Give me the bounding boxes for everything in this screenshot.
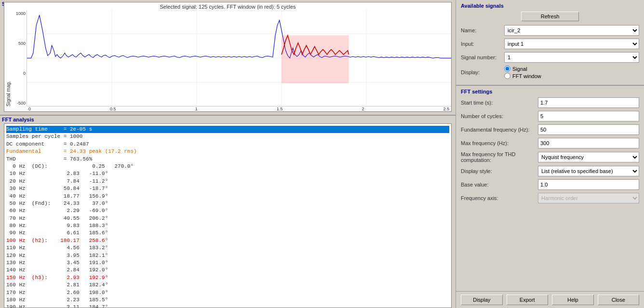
display-button[interactable]: Display [461,295,503,305]
name-select[interactable]: icir_2 [504,25,639,36]
fft-content: Sampling time = 2e-05 sSamples per cycle… [4,123,452,308]
display-style-select[interactable]: List (relative to specified base) [538,166,639,176]
fft-section-label: FFT analysis [2,117,34,122]
fund-freq-row: Fundamental frequency (Hz): [461,124,639,135]
freq-axis-select[interactable]: Harmonic order [538,193,639,203]
display-style-label: Display style: [461,168,538,174]
input-row: Input: input 1 [461,39,639,49]
display-radio-group: Signal FFT window [504,66,541,79]
refresh-button[interactable]: Refresh [521,12,579,21]
signal-svg [27,10,451,106]
max-freq-thd-select[interactable]: Nyquist frequency [538,152,639,162]
bottom-buttons: Display Export Help Close [456,291,644,308]
y-axis-label: Signal mag. [4,10,12,107]
fft-text-area[interactable]: Sampling time = 2e-05 sSamples per cycle… [4,124,451,308]
display-style-row: Display style: List (relative to specifi… [461,166,639,176]
max-freq-row: Max frequency (Hz): [461,138,639,148]
num-cycles-row: Number of cycles: [461,111,639,121]
num-cycles-label: Number of cycles: [461,113,538,119]
close-button[interactable]: Close [598,295,640,305]
base-value-row: Base value: [461,179,639,190]
name-row: Name: icir_2 [461,25,639,36]
signal-plot: Selected signal: 125 cycles. FFT window … [4,2,452,112]
base-value-label: Base value: [461,182,538,187]
input-select[interactable]: input 1 [504,39,639,49]
signal-number-row: Signal number: 1 [461,52,639,63]
display-row: Display: Signal FFT window [461,66,639,79]
fft-settings-title: FFT settings [461,89,639,94]
base-value-input[interactable] [538,179,639,190]
display-label: Display: [461,69,504,75]
max-freq-thd-row: Max frequency for THD computation: Nyqui… [461,151,639,163]
signal-radio-label: Signal [512,66,527,72]
export-button[interactable]: Export [507,295,549,305]
available-signals-title: Available signals [461,3,639,9]
max-freq-input[interactable] [538,138,639,148]
fund-freq-input[interactable] [538,124,639,135]
available-signals-panel: Available signals Refresh Name: icir_2 I… [456,0,644,86]
help-button[interactable]: Help [552,295,594,305]
start-time-row: Start time (s): [461,97,639,108]
start-time-input[interactable] [538,97,639,108]
y-ticks: 1000 500 0 -500 [12,10,27,107]
freq-axis-label: Frequency axis: [461,195,538,201]
max-freq-label: Max frequency (Hz): [461,140,538,146]
start-time-label: Start time (s): [461,100,538,106]
fund-freq-label: Fundamental frequency (Hz): [461,127,538,133]
plot-title: Selected signal: 125 cycles. FFT window … [4,2,451,10]
svg-rect-8 [282,35,349,83]
freq-axis-row: Frequency axis: Harmonic order [461,193,639,203]
x-ticks: 0 0.5 1 1.5 2 2.5 [27,107,451,111]
signal-number-select[interactable]: 1 [504,52,639,63]
chart-canvas [27,10,451,107]
name-label: Name: [461,27,504,33]
input-label: Input: [461,41,504,47]
fft-analysis-section: FFT analysis Sampling time = 2e-05 sSamp… [0,116,456,308]
signal-section: Signal Selected signal: 125 cycles. FFT … [0,0,456,116]
max-freq-thd-label: Max frequency for THD computation: [461,151,538,163]
signal-radio[interactable] [504,66,510,72]
num-cycles-input[interactable] [538,111,639,121]
fft-window-radio-label: FFT window [512,73,541,79]
signal-number-label: Signal number: [461,54,504,60]
fft-settings-panel: FFT settings Start time (s): Number of c… [456,86,644,291]
fft-window-radio-row: FFT window [504,73,541,79]
x-axis-label: Time (s) [4,111,451,112]
signal-radio-row: Signal [504,66,541,72]
fft-window-radio[interactable] [504,73,510,79]
